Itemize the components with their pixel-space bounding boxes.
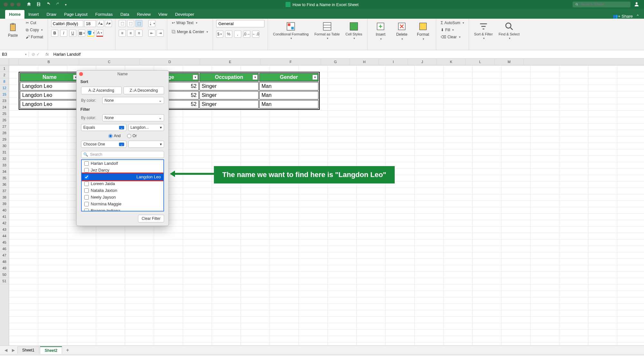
comma-button[interactable]: , [234, 31, 241, 38]
cell-styles-button[interactable]: Cell Styles [344, 20, 364, 41]
tab-review[interactable]: Review [133, 10, 155, 19]
tab-insert[interactable]: Insert [24, 10, 43, 19]
font-color-button[interactable]: A [96, 30, 103, 37]
filter-button-occupation[interactable]: ▾ [253, 75, 258, 80]
column-headers[interactable]: BCDEF GHIJKLM [9, 59, 644, 65]
filter-item[interactable]: Reagan Indiana [82, 207, 163, 211]
align-middle-icon[interactable]: ⬚ [127, 20, 134, 27]
filter-value-select[interactable]: Langdon...▾ [128, 124, 164, 131]
wrap-text-button[interactable]: ↩Wrap Text [170, 20, 209, 26]
decrease-font-icon[interactable]: A▾ [105, 20, 112, 27]
align-bottom-icon[interactable]: ⬚ [135, 20, 143, 27]
autosum-button[interactable]: ΣAutoSum [439, 20, 465, 26]
bold-button[interactable]: B [51, 30, 58, 37]
number-format-select[interactable] [216, 20, 264, 27]
fx-icon[interactable]: fx [42, 52, 52, 57]
increase-font-icon[interactable]: A▴ [97, 20, 104, 27]
tab-home[interactable]: Home [5, 10, 24, 19]
redo-icon[interactable] [55, 2, 60, 8]
tab-developer[interactable]: Developer [171, 10, 198, 19]
filter-button-age[interactable]: ▾ [193, 75, 198, 80]
filter-item[interactable]: Normina Maggie [82, 201, 163, 207]
filter-value-list[interactable]: Harlan Landolf Jez Darcy Langdon Leo Lor… [81, 159, 164, 211]
format-painter-button[interactable]: 🖌Format [24, 34, 44, 40]
delete-cells-button[interactable]: Delete [392, 20, 411, 42]
formula-input[interactable]: Harlan Landolf [52, 52, 644, 57]
italic-button[interactable]: I [60, 30, 67, 37]
filter-item[interactable]: Neely Jayson [82, 194, 163, 201]
sort-ascending-button[interactable]: A↓Z Ascending [81, 87, 122, 94]
tab-data[interactable]: Data [116, 10, 133, 19]
collapse-ribbon-icon[interactable]: ⌃ [636, 14, 639, 19]
and-radio[interactable]: And [108, 134, 121, 138]
row-headers[interactable]: 1281215232425262728293031323334353637383… [0, 65, 9, 345]
table-row[interactable]: Langdon Leo52SingerMan [20, 100, 318, 108]
currency-button[interactable]: $ [216, 31, 223, 38]
sheet-tab-2[interactable]: Sheet2 [40, 346, 62, 354]
close-icon[interactable] [79, 72, 83, 76]
paste-button[interactable]: Paste [3, 21, 23, 39]
name-box[interactable]: B3▾ [0, 52, 29, 57]
insert-cells-button[interactable]: Insert [371, 20, 390, 42]
save-icon[interactable] [36, 2, 41, 8]
find-select-button[interactable]: Find & Select [497, 20, 521, 41]
font-name-select[interactable] [51, 20, 83, 27]
home-icon[interactable] [26, 2, 32, 8]
filter-item[interactable]: Loreen Jaida [82, 180, 163, 187]
clear-button[interactable]: ⌫Clear [439, 34, 465, 40]
qat-more-icon[interactable]: ▾ [65, 3, 67, 6]
align-top-icon[interactable]: ⬚ [119, 20, 126, 27]
filter-by-color-select[interactable]: None⌄ [102, 114, 164, 121]
cut-button[interactable]: ✂Cut [24, 20, 44, 26]
align-left-icon[interactable]: ≡ [119, 30, 126, 37]
or-radio[interactable]: Or [127, 134, 137, 138]
filter-condition-select[interactable]: Equals⌄ [81, 124, 126, 131]
add-sheet-button[interactable]: + [63, 347, 72, 353]
indent-decrease-icon[interactable]: ⇤ [148, 30, 155, 37]
sheet-nav-next[interactable]: ▶ [10, 348, 17, 352]
align-center-icon[interactable]: ≡ [127, 30, 134, 37]
table-row[interactable]: Langdon Leo52SingerMan [20, 82, 318, 90]
fill-color-button[interactable]: 🪣 [87, 30, 94, 37]
filter-item[interactable]: Natalia Jaxton [82, 187, 163, 194]
search-sheet-input[interactable] [581, 2, 628, 7]
sort-descending-button[interactable]: Z↓A Descending [124, 87, 164, 94]
border-button[interactable]: ▦ [78, 30, 85, 37]
fill-button[interactable]: ⬇Fill [439, 27, 465, 33]
select-all-corner[interactable] [0, 59, 9, 65]
tab-view[interactable]: View [154, 10, 171, 19]
sort-by-color-select[interactable]: None⌄ [102, 97, 164, 104]
font-size-select[interactable] [84, 20, 96, 27]
filter-item[interactable]: Langdon Leo [81, 173, 164, 181]
undo-icon[interactable] [46, 2, 51, 8]
window-controls[interactable] [0, 3, 21, 6]
format-as-table-button[interactable]: Format as Table [312, 20, 342, 41]
format-cells-button[interactable]: Format [413, 20, 433, 42]
conditional-formatting-button[interactable]: Conditional Formatting [271, 20, 311, 41]
filter-value2-select[interactable]: ▾ [128, 141, 164, 148]
clear-filter-button[interactable]: Clear Filter [138, 215, 164, 222]
search-sheet[interactable] [573, 2, 630, 7]
increase-decimal-icon[interactable]: .0→ [243, 31, 250, 38]
decrease-decimal-icon[interactable]: ←.0 [252, 31, 259, 38]
tab-draw[interactable]: Draw [43, 10, 60, 19]
merge-center-button[interactable]: ⿻Merge & Center [170, 29, 209, 35]
orientation-icon[interactable]: ⭭ [148, 20, 155, 27]
align-right-icon[interactable]: ≡ [135, 30, 143, 37]
sheet-nav-prev[interactable]: ◀ [3, 348, 9, 352]
filter-search[interactable]: 🔍Search [81, 151, 164, 158]
percent-button[interactable]: % [225, 31, 232, 38]
filter-button-gender[interactable]: ▾ [312, 75, 317, 80]
share-button[interactable]: 👥+ Share [613, 14, 633, 19]
indent-increase-icon[interactable]: ⇥ [157, 30, 164, 37]
filter-item[interactable]: Harlan Landolf [82, 160, 163, 167]
sheet-tab-1[interactable]: Sheet1 [17, 346, 39, 354]
copy-button[interactable]: ⧉Copy [24, 27, 44, 33]
sort-filter-button[interactable]: Sort & Filter [472, 20, 495, 41]
tab-formulas[interactable]: Formulas [91, 10, 116, 19]
table-row[interactable]: Langdon Leo52SingerMan [20, 91, 318, 99]
underline-button[interactable]: U [69, 30, 76, 37]
tab-page-layout[interactable]: Page Layout [60, 10, 91, 19]
filter-condition2-select[interactable]: Choose One⌄ [81, 141, 126, 148]
user-icon[interactable] [634, 1, 639, 8]
